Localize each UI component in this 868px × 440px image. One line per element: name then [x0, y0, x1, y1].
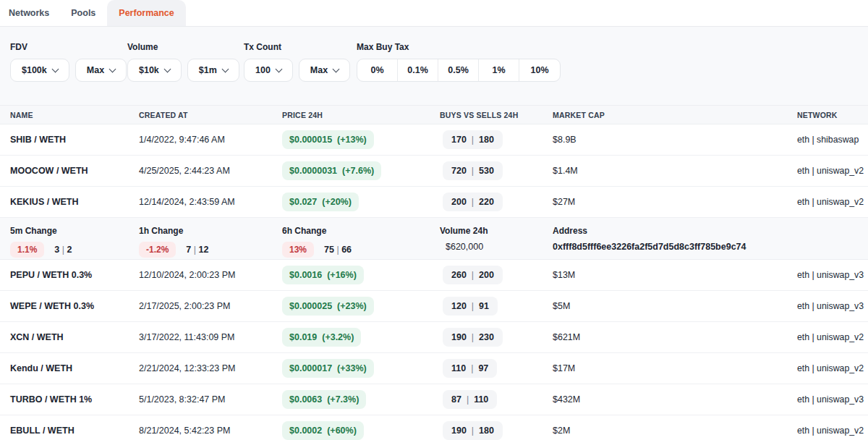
address-label: Address — [553, 226, 868, 236]
market-cap: $2M — [553, 426, 797, 436]
created-at: 12/10/2024, 2:00:23 PM — [139, 270, 282, 280]
buys-count: 170 — [451, 135, 467, 145]
table-row[interactable]: SHIB / WETH 1/4/2022, 9:47:46 AM $0.0000… — [0, 124, 868, 156]
table-header: NAME CREATED AT PRICE 24H BUYS VS SELLS … — [0, 106, 868, 124]
price-value: $0.019 — [289, 332, 317, 342]
table-row[interactable]: KEKIUS / WETH 12/14/2024, 2:43:59 AM $0.… — [0, 187, 868, 218]
change-5m-badge: 1.1% — [10, 242, 44, 258]
volume-min-dropdown[interactable]: $10k — [127, 59, 182, 82]
top-tab-bar: Networks Pools Performance — [0, 0, 868, 27]
sells-count: 2 — [67, 245, 72, 255]
pipe-separator: | — [472, 270, 474, 280]
fdv-max-dropdown[interactable]: Max — [75, 59, 127, 82]
volume-min-value: $10k — [139, 65, 159, 75]
change-6h-badge: 13% — [282, 242, 314, 258]
pipe-separator: | — [194, 245, 196, 255]
buys-sells-pill: 260|200 — [443, 266, 503, 284]
price-change: (+60%) — [327, 426, 357, 436]
column-header-market-cap: MARKET CAP — [553, 111, 797, 119]
created-at: 1/4/2022, 9:47:46 AM — [139, 135, 282, 145]
pair-name: SHIB / WETH — [0, 135, 139, 145]
tab-performance[interactable]: Performance — [107, 0, 185, 26]
market-cap: $621M — [553, 332, 797, 342]
price-value: $0.0016 — [289, 270, 322, 280]
expanded-detail-row: 5m Change 1.1% 3 | 2 1h Change -1.2% 7 |… — [0, 218, 868, 260]
pair-name: XCN / WETH — [0, 332, 139, 342]
price-change: (+33%) — [337, 363, 367, 373]
chevron-down-icon — [163, 65, 171, 72]
buys-sells-pill: 200|220 — [443, 192, 503, 211]
price-badge: $0.000025(+23%) — [282, 297, 374, 316]
pipe-separator: | — [336, 245, 339, 255]
column-header-price-24h: PRICE 24H — [282, 111, 440, 119]
max-buy-tax-option-2[interactable]: 0.5% — [438, 59, 479, 81]
pair-name: Kendu / WETH — [0, 363, 139, 373]
pipe-separator: | — [472, 135, 474, 145]
change-6h-counts: 75 | 66 — [324, 245, 352, 255]
created-at: 2/17/2025, 2:00:23 PM — [139, 301, 282, 311]
created-at: 12/14/2024, 2:43:59 AM — [139, 197, 282, 207]
sells-count: 66 — [341, 245, 352, 255]
change-6h-block: 6h Change 13% 75 | 66 — [282, 226, 440, 258]
table-row[interactable]: PEPU / WETH 0.3% 12/10/2024, 2:00:23 PM … — [0, 260, 868, 291]
price-value: $0.0063 — [289, 394, 322, 405]
price-value: $0.000017 — [289, 363, 332, 373]
max-buy-tax-option-3[interactable]: 1% — [479, 59, 519, 81]
price-badge: $0.0063(+7.3%) — [282, 390, 366, 409]
pair-name: EBULL / WETH — [0, 426, 139, 436]
max-buy-tax-option-0[interactable]: 0% — [357, 59, 398, 81]
max-buy-tax-label: Max Buy Tax — [357, 42, 561, 52]
pair-name: WEPE / WETH 0.3% — [0, 301, 139, 311]
chevron-down-icon — [275, 65, 282, 72]
column-header-network: NETWORK — [797, 111, 868, 119]
fdv-min-dropdown[interactable]: $100k — [10, 59, 69, 82]
buys-sells-pill: 87|110 — [443, 390, 497, 409]
network: eth | uniswap_v3 — [797, 394, 868, 405]
network: eth | uniswap_v2 — [797, 197, 868, 207]
table-row[interactable]: Kendu / WETH 2/21/2024, 12:33:23 PM $0.0… — [0, 353, 868, 384]
buys-sells-pill: 190|230 — [443, 328, 503, 347]
buys-sells-pill: 120|91 — [443, 297, 498, 316]
change-1h-label: 1h Change — [139, 226, 282, 236]
column-header-created-at: CREATED AT — [139, 111, 282, 119]
max-buy-tax-option-1[interactable]: 0.1% — [398, 59, 438, 81]
volume-max-dropdown[interactable]: $1m — [187, 59, 239, 82]
pipe-separator: | — [467, 394, 469, 405]
fdv-min-value: $100k — [22, 65, 47, 75]
tab-pools[interactable]: Pools — [71, 0, 95, 26]
table-row[interactable]: EBULL / WETH 8/21/2024, 5:42:23 PM $0.00… — [0, 415, 868, 440]
tab-networks[interactable]: Networks — [9, 0, 49, 26]
table-row[interactable]: MOOCOW / WETH 4/25/2025, 2:44:23 AM $0.0… — [0, 156, 868, 187]
buys-sells-pill: 110|97 — [443, 359, 497, 378]
tx-count-min-dropdown[interactable]: 100 — [244, 59, 293, 82]
buys-count: 190 — [451, 332, 467, 342]
market-cap: $27M — [553, 197, 797, 207]
tx-count-max-dropdown[interactable]: Max — [299, 59, 350, 82]
filter-group-tx-count: Tx Count 100 Max — [244, 42, 350, 82]
market-cap: $1.4M — [553, 166, 797, 176]
buys-count: 720 — [451, 166, 467, 176]
tx-count-label: Tx Count — [244, 42, 350, 52]
pipe-separator: | — [472, 426, 474, 436]
column-header-buys-vs-sells: BUYS VS SELLS 24H — [440, 111, 553, 119]
price-badge: $0.000017(+33%) — [282, 359, 374, 378]
max-buy-tax-option-4[interactable]: 10% — [519, 59, 560, 81]
chevron-down-icon — [51, 65, 59, 72]
price-change: (+16%) — [327, 270, 357, 280]
sells-count: 110 — [474, 394, 488, 405]
price-badge: $0.0016(+16%) — [282, 266, 364, 284]
price-badge: $0.0002(+60%) — [282, 421, 364, 440]
pipe-separator: | — [472, 332, 474, 342]
table-row[interactable]: XCN / WETH 3/17/2022, 11:43:09 PM $0.019… — [0, 322, 868, 353]
table-row[interactable]: WEPE / WETH 0.3% 2/17/2025, 2:00:23 PM $… — [0, 291, 868, 322]
sells-count: 12 — [199, 245, 209, 255]
buys-count: 75 — [324, 245, 334, 255]
change-1h-counts: 7 | 12 — [186, 245, 208, 255]
buys-count: 87 — [451, 394, 461, 405]
filter-group-fdv: FDV $100k Max — [10, 42, 127, 82]
filter-group-max-buy-tax: Max Buy Tax 0% 0.1% 0.5% 1% 10% — [357, 42, 561, 82]
price-change: (+7.6%) — [342, 166, 374, 176]
table-row[interactable]: TURBO / WETH 1% 5/1/2023, 8:32:47 PM $0.… — [0, 384, 868, 415]
price-badge: $0.000015(+13%) — [282, 130, 374, 149]
sells-count: 530 — [479, 166, 494, 176]
